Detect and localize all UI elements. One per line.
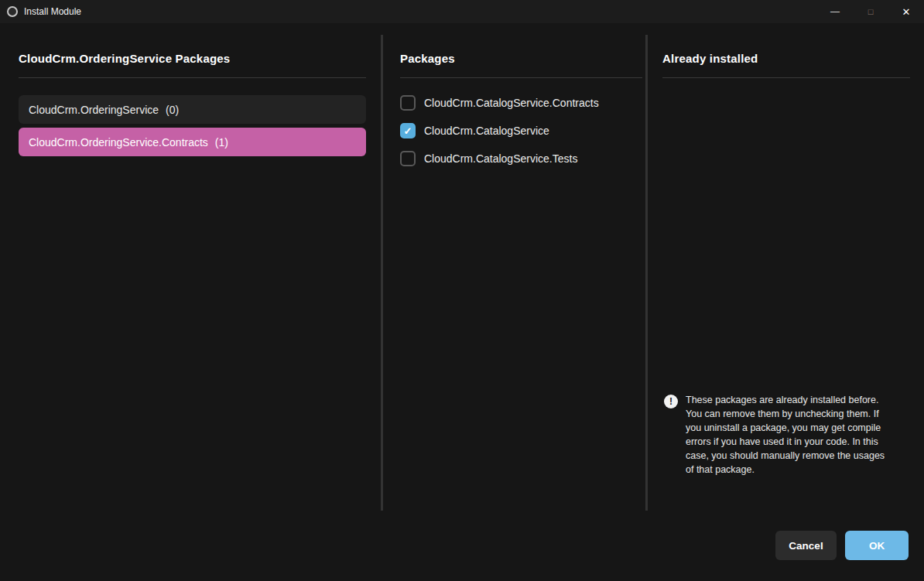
ok-button[interactable]: OK bbox=[845, 531, 909, 560]
module-packages-title: CloudCrm.OrderingService Packages bbox=[19, 35, 366, 78]
app-icon bbox=[7, 6, 18, 17]
titlebar-left: Install Module bbox=[0, 6, 81, 17]
package-row-catalogservice-tests[interactable]: ✓ CloudCrm.CatalogService.Tests bbox=[400, 151, 642, 166]
panel-divider bbox=[381, 35, 383, 511]
checkbox[interactable]: ✓ bbox=[400, 151, 416, 166]
package-row-catalogservice[interactable]: ✓ CloudCrm.CatalogService bbox=[400, 123, 642, 138]
package-label: CloudCrm.CatalogService.Tests bbox=[424, 152, 577, 165]
info-note: ! These packages are already installed b… bbox=[664, 393, 905, 477]
module-packages-panel: CloudCrm.OrderingService Packages CloudC… bbox=[19, 35, 366, 160]
package-row-catalogservice-contracts[interactable]: ✓ CloudCrm.CatalogService.Contracts bbox=[400, 95, 642, 111]
close-icon[interactable]: ✕ bbox=[888, 0, 924, 23]
check-icon: ✓ bbox=[404, 126, 412, 136]
titlebar: Install Module — □ ✕ bbox=[0, 0, 924, 23]
window-controls: — □ ✕ bbox=[817, 0, 924, 23]
info-text: These packages are already installed bef… bbox=[686, 393, 893, 477]
maximize-icon[interactable]: □ bbox=[853, 0, 888, 23]
package-label: CloudCrm.CatalogService bbox=[424, 125, 549, 137]
minimize-icon[interactable]: — bbox=[817, 0, 853, 23]
module-item-count: (1) bbox=[215, 136, 228, 149]
module-item-orderingservice-contracts[interactable]: CloudCrm.OrderingService.Contracts (1) bbox=[19, 128, 366, 156]
checkbox[interactable]: ✓ bbox=[400, 123, 416, 138]
packages-title: Packages bbox=[400, 35, 642, 78]
panel-divider bbox=[645, 35, 648, 511]
info-icon: ! bbox=[664, 395, 678, 408]
module-item-name: CloudCrm.OrderingService.Contracts bbox=[29, 136, 208, 149]
window-title: Install Module bbox=[24, 6, 81, 17]
module-list: CloudCrm.OrderingService (0) CloudCrm.Or… bbox=[19, 95, 366, 156]
module-item-count: (0) bbox=[166, 104, 179, 116]
checkbox[interactable]: ✓ bbox=[400, 95, 416, 111]
packages-panel: Packages ✓ CloudCrm.CatalogService.Contr… bbox=[400, 35, 642, 179]
packages-check-list: ✓ CloudCrm.CatalogService.Contracts ✓ Cl… bbox=[400, 95, 642, 166]
already-installed-panel: Already installed bbox=[662, 35, 910, 78]
module-item-name: CloudCrm.OrderingService bbox=[29, 104, 159, 116]
module-item-orderingservice[interactable]: CloudCrm.OrderingService (0) bbox=[19, 95, 366, 124]
already-installed-title: Already installed bbox=[662, 35, 910, 78]
package-label: CloudCrm.CatalogService.Contracts bbox=[424, 97, 599, 109]
cancel-button[interactable]: Cancel bbox=[775, 531, 837, 560]
